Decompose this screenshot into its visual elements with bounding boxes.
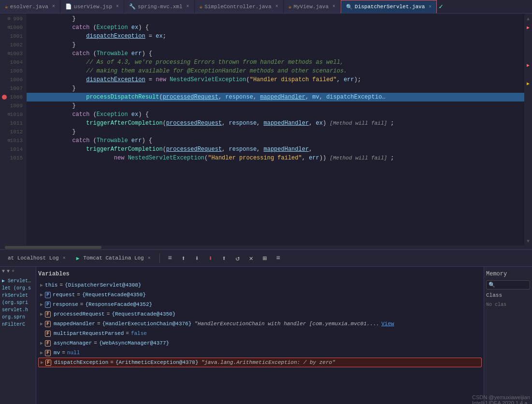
tab-myview[interactable]: ☕ MyView.java × bbox=[284, 0, 341, 14]
code-line-1010: catch (Exception ex) { bbox=[27, 110, 524, 119]
tab-close[interactable]: × bbox=[429, 4, 431, 10]
debug-panel: ▼ ▼ + ▶ Servlet (org. let (org.s rkServl… bbox=[0, 267, 532, 404]
arrow-down[interactable]: ▼ bbox=[527, 237, 530, 245]
stack-item-6[interactable]: nFilterC bbox=[2, 321, 34, 328]
variables-header: Variables bbox=[38, 269, 482, 280]
var-mv[interactable]: ▶ F mv = null bbox=[38, 348, 482, 358]
f-icon: F bbox=[45, 340, 51, 346]
view-link[interactable]: View bbox=[381, 321, 394, 327]
gutter-1011: 1011 bbox=[0, 119, 27, 128]
tab-dispatcherservlet[interactable]: 🔍 DispatcherServlet.java × bbox=[341, 0, 437, 14]
btn-down[interactable]: ⬇ bbox=[192, 253, 202, 263]
f-icon: F bbox=[45, 331, 51, 337]
tab-localhost-log[interactable]: at Localhost Log × bbox=[4, 254, 70, 262]
code-line-1008: processDispatchResult(processedRequest, … bbox=[27, 93, 524, 101]
watermark-csdn: CSDN @yemuxiaweijian bbox=[472, 394, 530, 400]
breakpoint-icon[interactable] bbox=[2, 95, 7, 100]
stack-item-5[interactable]: org.sprn bbox=[2, 314, 34, 321]
stack-item-2[interactable]: rkServlet bbox=[2, 292, 34, 299]
gutter-1002: 1002 bbox=[0, 41, 27, 49]
code-line-1007: } bbox=[27, 84, 524, 93]
btn-grid[interactable]: ⊞ bbox=[259, 253, 270, 263]
tab-close[interactable]: × bbox=[116, 4, 119, 9]
scrollbar-thumb bbox=[5, 246, 101, 249]
stack-item-3[interactable]: (org.spri bbox=[2, 299, 34, 306]
btn-up2[interactable]: ⬆ bbox=[219, 253, 230, 263]
search-icon: 🔍 bbox=[489, 282, 495, 288]
var-mappedhandler[interactable]: ▶ F mappedHandler = {HandlerExecutionCha… bbox=[38, 319, 482, 329]
horizontal-scrollbar[interactable] bbox=[0, 245, 532, 249]
code-line-1015: new NestedServletException("Handler proc… bbox=[27, 154, 524, 162]
code-line-1013: catch (Throwable err) { bbox=[27, 136, 524, 145]
tab-close[interactable]: × bbox=[63, 256, 66, 261]
expand-icon: ▶ bbox=[40, 350, 43, 356]
tab-esolver[interactable]: ☕ esolver.java × bbox=[0, 0, 60, 14]
memory-search-box[interactable]: 🔍 bbox=[486, 280, 530, 289]
tab-label: spring-mvc.xml bbox=[138, 4, 182, 10]
memory-no-class: No clas bbox=[486, 302, 530, 307]
code-line-1006: dispatchException = new NestedServletExc… bbox=[27, 75, 524, 84]
gutter-1008: 1008 bbox=[0, 93, 27, 101]
tab-catalina-log[interactable]: ▶ Tomcat Catalina Log × bbox=[72, 254, 155, 262]
code-line-1012: } bbox=[27, 128, 524, 136]
btn-close[interactable]: ✕ bbox=[246, 253, 257, 263]
gutter-1010: ⊟1010 bbox=[0, 110, 27, 119]
java-icon: 🔍 bbox=[346, 4, 353, 10]
code-line-1005: // making them available for @ExceptionH… bbox=[27, 67, 524, 75]
gutter-1007: 1007 bbox=[0, 84, 27, 93]
var-response[interactable]: ▶ P response = {ResponseFacade@4352} bbox=[38, 300, 482, 309]
tab-close[interactable]: × bbox=[275, 4, 278, 9]
arrow-up[interactable]: ▲ bbox=[527, 14, 530, 23]
gutter-1004: 1004 bbox=[0, 58, 27, 67]
code-line-1011: triggerAfterCompletion(processedRequest,… bbox=[27, 119, 524, 128]
tab-label: esolver.java bbox=[10, 4, 48, 10]
expand-btn[interactable]: ▼ bbox=[2, 269, 5, 274]
tab-close[interactable]: × bbox=[187, 4, 189, 9]
filter-btn[interactable]: ▼ bbox=[7, 269, 10, 274]
tab-userview[interactable]: 📄 userView.jsp × bbox=[60, 0, 124, 14]
gutter-1012: 1012 bbox=[0, 128, 27, 136]
var-request[interactable]: ▶ P request = {RequestFacade@4350} bbox=[38, 290, 482, 300]
code-text: } catch (Exception ex) { dispatchExcepti… bbox=[27, 14, 524, 245]
tab-label: userView.jsp bbox=[74, 4, 112, 10]
tab-label: MyView.java bbox=[293, 4, 329, 10]
f-icon: F bbox=[45, 360, 51, 366]
code-line-1009: } bbox=[27, 101, 524, 110]
tab-springmvc[interactable]: 🔧 spring-mvc.xml × bbox=[124, 0, 194, 14]
code-line-1004: // As of 4.3, we're processing Errors th… bbox=[27, 58, 524, 67]
tab-close[interactable]: × bbox=[52, 4, 55, 9]
f-icon: F bbox=[45, 311, 51, 317]
arrow-2: ▶ bbox=[527, 61, 530, 70]
tab-simplecontroller[interactable]: ☕ SimpleController.java × bbox=[195, 0, 284, 14]
stack-panel: ▼ ▼ + ▶ Servlet (org. let (org.s rkServl… bbox=[0, 267, 36, 404]
gutter-1005: 1005 bbox=[0, 67, 27, 75]
code-line-1002: } bbox=[27, 41, 524, 49]
memory-search-input[interactable] bbox=[495, 282, 524, 288]
btn-lines[interactable]: ≡ bbox=[273, 253, 284, 263]
btn-align[interactable]: ≡ bbox=[165, 253, 175, 263]
btn-down2[interactable]: ⬇ bbox=[205, 253, 216, 263]
btn-refresh[interactable]: ↺ bbox=[232, 253, 243, 263]
debug-toolbar: at Localhost Log × ▶ Tomcat Catalina Log… bbox=[0, 249, 532, 267]
stack-item-1[interactable]: let (org.s bbox=[2, 285, 34, 292]
code-line-1001: dispatchException = ex; bbox=[27, 32, 524, 41]
var-dispatchexception[interactable]: ▶ F dispatchException = {ArithmeticExcep… bbox=[38, 358, 482, 367]
expand-icon: ▶ bbox=[40, 302, 43, 307]
tab-close[interactable]: × bbox=[332, 4, 335, 9]
line-numbers: ⊟999 ⊟1000 1001 1002 ⊟1003 1004 1005 100… bbox=[0, 14, 27, 245]
expand-icon: ▶ bbox=[40, 292, 43, 298]
btn-up[interactable]: ⬆ bbox=[178, 253, 189, 263]
var-asyncmanager[interactable]: ▶ F asyncManager = {WebAsyncManager@4377… bbox=[38, 338, 482, 348]
jsp-icon: 📄 bbox=[65, 3, 72, 10]
code-editor: ⊟999 ⊟1000 1001 1002 ⊟1003 1004 1005 100… bbox=[0, 14, 532, 245]
var-processedrequest[interactable]: ▶ F processedRequest = {RequestFacade@43… bbox=[38, 309, 482, 319]
stack-item-4[interactable]: servlet.h bbox=[2, 306, 34, 314]
tab-close[interactable]: × bbox=[148, 256, 151, 261]
var-this[interactable]: ▶ this = {DispatcherServlet@4308} bbox=[38, 280, 482, 290]
stack-item-0[interactable]: ▶ Servlet (org. bbox=[2, 277, 34, 285]
add-btn[interactable]: + bbox=[12, 269, 14, 274]
var-multipart[interactable]: ▶ F multipartRequestParsed = false bbox=[38, 329, 482, 338]
gutter-999: ⊟999 bbox=[0, 14, 27, 23]
java-icon: ☕ bbox=[200, 3, 203, 10]
gutter-1009: 1009 bbox=[0, 101, 27, 110]
